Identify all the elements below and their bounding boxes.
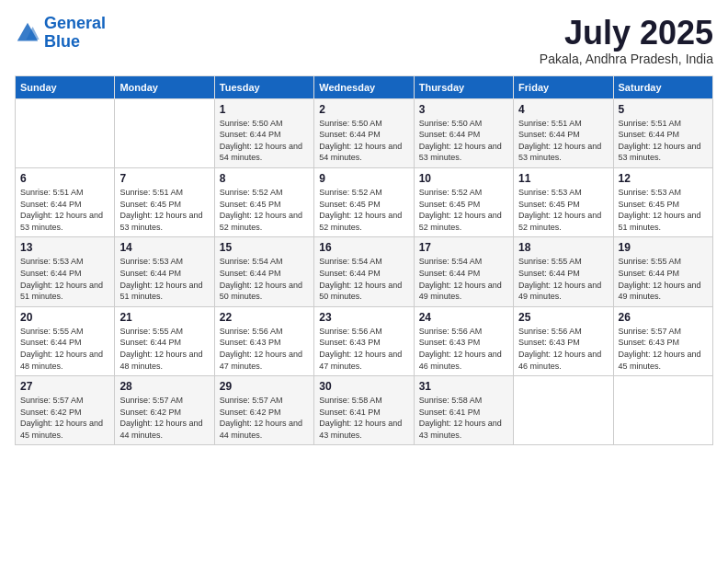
calendar-cell: 21Sunrise: 5:55 AMSunset: 6:44 PMDayligh… xyxy=(115,306,214,375)
day-number: 13 xyxy=(20,241,109,254)
calendar-cell: 26Sunrise: 5:57 AMSunset: 6:43 PMDayligh… xyxy=(613,306,712,375)
day-number: 18 xyxy=(518,241,608,254)
calendar-cell: 6Sunrise: 5:51 AMSunset: 6:44 PMDaylight… xyxy=(16,167,115,236)
day-number: 10 xyxy=(419,172,508,185)
day-number: 4 xyxy=(518,103,608,116)
calendar-cell: 17Sunrise: 5:54 AMSunset: 6:44 PMDayligh… xyxy=(414,237,513,306)
calendar-cell: 22Sunrise: 5:56 AMSunset: 6:43 PMDayligh… xyxy=(214,306,313,375)
day-detail: Sunrise: 5:50 AMSunset: 6:44 PMDaylight:… xyxy=(419,118,508,164)
day-detail: Sunrise: 5:55 AMSunset: 6:44 PMDaylight:… xyxy=(518,256,608,302)
calendar-cell: 18Sunrise: 5:55 AMSunset: 6:44 PMDayligh… xyxy=(514,237,613,306)
calendar-table: SundayMondayTuesdayWednesdayThursdayFrid… xyxy=(15,75,713,446)
day-detail: Sunrise: 5:53 AMSunset: 6:44 PMDaylight:… xyxy=(119,256,209,302)
calendar-cell: 25Sunrise: 5:56 AMSunset: 6:43 PMDayligh… xyxy=(514,306,613,375)
calendar-cell: 3Sunrise: 5:50 AMSunset: 6:44 PMDaylight… xyxy=(414,98,513,167)
calendar-cell: 11Sunrise: 5:53 AMSunset: 6:45 PMDayligh… xyxy=(514,167,613,236)
page-header: General Blue July 2025 Pakala, Andhra Pr… xyxy=(15,15,713,66)
day-number: 25 xyxy=(518,311,608,324)
logo-text: General Blue xyxy=(44,15,106,52)
day-detail: Sunrise: 5:52 AMSunset: 6:45 PMDaylight:… xyxy=(220,187,309,233)
day-detail: Sunrise: 5:51 AMSunset: 6:44 PMDaylight:… xyxy=(619,118,708,164)
day-detail: Sunrise: 5:51 AMSunset: 6:44 PMDaylight:… xyxy=(20,187,109,233)
day-detail: Sunrise: 5:53 AMSunset: 6:44 PMDaylight:… xyxy=(20,256,109,302)
calendar-cell: 1Sunrise: 5:50 AMSunset: 6:44 PMDaylight… xyxy=(214,98,313,167)
day-detail: Sunrise: 5:50 AMSunset: 6:44 PMDaylight:… xyxy=(319,118,408,164)
day-number: 11 xyxy=(518,172,608,185)
day-number: 17 xyxy=(419,241,508,254)
day-detail: Sunrise: 5:53 AMSunset: 6:45 PMDaylight:… xyxy=(518,187,608,233)
day-detail: Sunrise: 5:53 AMSunset: 6:45 PMDaylight:… xyxy=(619,187,708,233)
calendar-cell: 16Sunrise: 5:54 AMSunset: 6:44 PMDayligh… xyxy=(314,237,414,306)
day-detail: Sunrise: 5:56 AMSunset: 6:43 PMDaylight:… xyxy=(518,326,608,372)
weekday-header: Monday xyxy=(115,75,214,98)
day-detail: Sunrise: 5:58 AMSunset: 6:41 PMDaylight:… xyxy=(419,395,508,441)
calendar-cell xyxy=(613,376,712,445)
day-number: 2 xyxy=(319,103,408,116)
day-detail: Sunrise: 5:57 AMSunset: 6:42 PMDaylight:… xyxy=(20,395,109,441)
day-number: 28 xyxy=(119,380,209,393)
calendar-cell: 28Sunrise: 5:57 AMSunset: 6:42 PMDayligh… xyxy=(115,376,214,445)
logo-icon xyxy=(15,20,40,46)
weekday-header-row: SundayMondayTuesdayWednesdayThursdayFrid… xyxy=(16,75,713,98)
day-detail: Sunrise: 5:55 AMSunset: 6:44 PMDaylight:… xyxy=(619,256,708,302)
day-number: 14 xyxy=(119,241,209,254)
calendar-cell xyxy=(115,98,214,167)
calendar-cell: 30Sunrise: 5:58 AMSunset: 6:41 PMDayligh… xyxy=(314,376,414,445)
day-number: 27 xyxy=(20,380,109,393)
calendar-cell: 24Sunrise: 5:56 AMSunset: 6:43 PMDayligh… xyxy=(414,306,513,375)
day-number: 7 xyxy=(119,172,209,185)
calendar-cell: 14Sunrise: 5:53 AMSunset: 6:44 PMDayligh… xyxy=(115,237,214,306)
calendar-cell: 4Sunrise: 5:51 AMSunset: 6:44 PMDaylight… xyxy=(514,98,613,167)
calendar-week-row: 13Sunrise: 5:53 AMSunset: 6:44 PMDayligh… xyxy=(16,237,713,306)
day-number: 15 xyxy=(220,241,309,254)
weekday-header: Friday xyxy=(514,75,613,98)
day-number: 5 xyxy=(619,103,708,116)
calendar-cell: 19Sunrise: 5:55 AMSunset: 6:44 PMDayligh… xyxy=(613,237,712,306)
calendar-cell: 10Sunrise: 5:52 AMSunset: 6:45 PMDayligh… xyxy=(414,167,513,236)
calendar-cell: 5Sunrise: 5:51 AMSunset: 6:44 PMDaylight… xyxy=(613,98,712,167)
day-number: 22 xyxy=(220,311,309,324)
day-number: 24 xyxy=(419,311,508,324)
day-number: 1 xyxy=(220,103,309,116)
day-detail: Sunrise: 5:55 AMSunset: 6:44 PMDaylight:… xyxy=(20,326,109,372)
location: Pakala, Andhra Pradesh, India xyxy=(540,52,713,66)
calendar-cell: 9Sunrise: 5:52 AMSunset: 6:45 PMDaylight… xyxy=(314,167,414,236)
day-number: 31 xyxy=(419,380,508,393)
day-detail: Sunrise: 5:57 AMSunset: 6:42 PMDaylight:… xyxy=(119,395,209,441)
calendar-cell: 8Sunrise: 5:52 AMSunset: 6:45 PMDaylight… xyxy=(214,167,313,236)
day-detail: Sunrise: 5:54 AMSunset: 6:44 PMDaylight:… xyxy=(419,256,508,302)
day-number: 19 xyxy=(619,241,708,254)
day-detail: Sunrise: 5:56 AMSunset: 6:43 PMDaylight:… xyxy=(220,326,309,372)
day-detail: Sunrise: 5:56 AMSunset: 6:43 PMDaylight:… xyxy=(319,326,408,372)
day-number: 26 xyxy=(619,311,708,324)
day-number: 6 xyxy=(20,172,109,185)
day-number: 23 xyxy=(319,311,408,324)
day-detail: Sunrise: 5:51 AMSunset: 6:44 PMDaylight:… xyxy=(518,118,608,164)
day-detail: Sunrise: 5:57 AMSunset: 6:42 PMDaylight:… xyxy=(220,395,309,441)
calendar-cell: 7Sunrise: 5:51 AMSunset: 6:45 PMDaylight… xyxy=(115,167,214,236)
day-detail: Sunrise: 5:56 AMSunset: 6:43 PMDaylight:… xyxy=(419,326,508,372)
weekday-header: Tuesday xyxy=(214,75,313,98)
day-detail: Sunrise: 5:51 AMSunset: 6:45 PMDaylight:… xyxy=(119,187,209,233)
day-detail: Sunrise: 5:57 AMSunset: 6:43 PMDaylight:… xyxy=(619,326,708,372)
day-detail: Sunrise: 5:54 AMSunset: 6:44 PMDaylight:… xyxy=(319,256,408,302)
calendar-cell: 12Sunrise: 5:53 AMSunset: 6:45 PMDayligh… xyxy=(613,167,712,236)
logo: General Blue xyxy=(15,15,106,52)
day-detail: Sunrise: 5:50 AMSunset: 6:44 PMDaylight:… xyxy=(220,118,309,164)
day-number: 8 xyxy=(220,172,309,185)
weekday-header: Wednesday xyxy=(314,75,414,98)
calendar-week-row: 1Sunrise: 5:50 AMSunset: 6:44 PMDaylight… xyxy=(16,98,713,167)
day-detail: Sunrise: 5:55 AMSunset: 6:44 PMDaylight:… xyxy=(119,326,209,372)
calendar-cell xyxy=(514,376,613,445)
calendar-cell xyxy=(16,98,115,167)
day-number: 30 xyxy=(319,380,408,393)
day-detail: Sunrise: 5:52 AMSunset: 6:45 PMDaylight:… xyxy=(419,187,508,233)
month-title: July 2025 xyxy=(540,15,713,52)
weekday-header: Saturday xyxy=(613,75,712,98)
calendar-cell: 23Sunrise: 5:56 AMSunset: 6:43 PMDayligh… xyxy=(314,306,414,375)
weekday-header: Thursday xyxy=(414,75,513,98)
day-detail: Sunrise: 5:58 AMSunset: 6:41 PMDaylight:… xyxy=(319,395,408,441)
calendar-cell: 13Sunrise: 5:53 AMSunset: 6:44 PMDayligh… xyxy=(16,237,115,306)
calendar-cell: 2Sunrise: 5:50 AMSunset: 6:44 PMDaylight… xyxy=(314,98,414,167)
weekday-header: Sunday xyxy=(16,75,115,98)
